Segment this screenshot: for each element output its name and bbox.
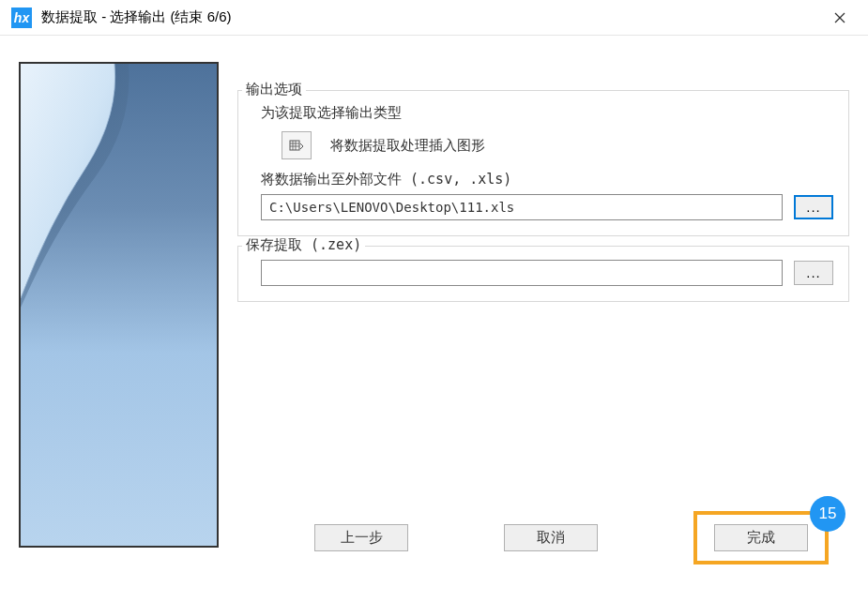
footer-buttons: 上一步 取消 完成 15 bbox=[244, 524, 830, 564]
output-options-group: 输出选项 为该提取选择输出类型 将数据提取处理插入图形 bbox=[237, 90, 849, 236]
back-button[interactable]: 上一步 bbox=[314, 524, 408, 551]
window-title: 数据提取 - 选择输出 (结束 6/6) bbox=[41, 8, 823, 26]
output-options-label: 输出选项 bbox=[242, 81, 306, 98]
table-insert-icon bbox=[289, 138, 304, 153]
content-panel: 输出选项 为该提取选择输出类型 将数据提取处理插入图形 bbox=[219, 62, 849, 548]
finish-highlight: 完成 15 bbox=[693, 511, 829, 564]
zex-path-input[interactable] bbox=[261, 260, 783, 286]
step-badge: 15 bbox=[810, 496, 845, 532]
zex-path-row: ... bbox=[261, 260, 833, 286]
titlebar: hx 数据提取 - 选择输出 (结束 6/6) bbox=[0, 0, 868, 36]
insert-graphic-button[interactable] bbox=[282, 131, 312, 159]
main-area: 输出选项 为该提取选择输出类型 将数据提取处理插入图形 bbox=[0, 36, 868, 557]
external-file-label: 将数据输出至外部文件 (.csv, .xls) bbox=[261, 171, 833, 188]
page-curl-graphic bbox=[21, 64, 161, 326]
app-icon: hx bbox=[11, 8, 32, 28]
insert-action-row: 将数据提取处理插入图形 bbox=[282, 131, 833, 159]
file-path-input[interactable] bbox=[261, 194, 783, 220]
browse-file-button[interactable]: ... bbox=[794, 195, 833, 219]
output-type-subtitle: 为该提取选择输出类型 bbox=[261, 104, 833, 122]
save-extract-group: 保存提取 (.zex) ... bbox=[237, 246, 849, 302]
file-path-row: ... bbox=[261, 194, 833, 220]
preview-panel bbox=[19, 62, 219, 548]
cancel-button[interactable]: 取消 bbox=[504, 524, 598, 551]
finish-button[interactable]: 完成 bbox=[714, 524, 808, 551]
svg-rect-2 bbox=[290, 141, 299, 150]
browse-zex-button[interactable]: ... bbox=[794, 261, 833, 285]
insert-action-label: 将数据提取处理插入图形 bbox=[330, 137, 485, 155]
close-button[interactable] bbox=[823, 3, 857, 33]
save-extract-label: 保存提取 (.zex) bbox=[242, 236, 365, 254]
close-icon bbox=[834, 12, 845, 23]
